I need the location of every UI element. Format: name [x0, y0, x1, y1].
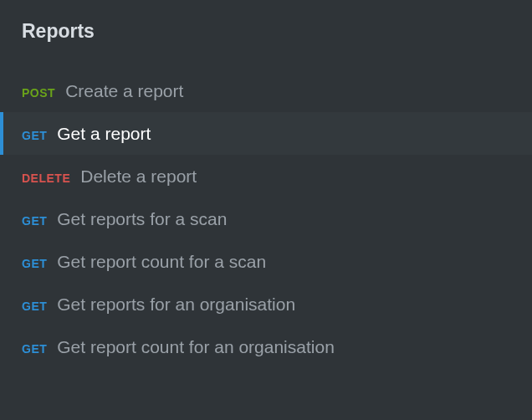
- sidebar-item-label: Create a report: [65, 82, 183, 100]
- sidebar-item-create-report[interactable]: POST Create a report: [0, 69, 532, 112]
- reports-sidebar: Reports POST Create a report GET Get a r…: [0, 0, 532, 420]
- sidebar-item-label: Get report count for an organisation: [57, 338, 335, 356]
- sidebar-item-get-reports-scan[interactable]: GET Get reports for a scan: [0, 197, 532, 240]
- section-title: Reports: [0, 20, 532, 43]
- sidebar-item-label: Get report count for a scan: [57, 253, 266, 270]
- http-method-badge: GET: [22, 258, 47, 269]
- http-method-badge: GET: [22, 343, 47, 355]
- sidebar-item-label: Get reports for an organisation: [57, 295, 295, 313]
- sidebar-item-get-report[interactable]: GET Get a report: [0, 112, 532, 155]
- sidebar-item-label: Get reports for a scan: [57, 210, 227, 228]
- http-method-badge: GET: [22, 215, 47, 227]
- http-method-badge: GET: [22, 130, 47, 141]
- sidebar-item-get-reports-organisation[interactable]: GET Get reports for an organisation: [0, 283, 532, 325]
- sidebar-item-label: Delete a report: [80, 167, 197, 185]
- sidebar-item-delete-report[interactable]: DELETE Delete a report: [0, 155, 532, 197]
- sidebar-item-label: Get a report: [57, 125, 151, 142]
- http-method-badge: POST: [22, 87, 55, 99]
- sidebar-item-get-report-count-scan[interactable]: GET Get report count for a scan: [0, 240, 532, 283]
- sidebar-item-get-report-count-organisation[interactable]: GET Get report count for an organisation: [0, 325, 532, 368]
- http-method-badge: DELETE: [22, 172, 70, 184]
- http-method-badge: GET: [22, 300, 47, 312]
